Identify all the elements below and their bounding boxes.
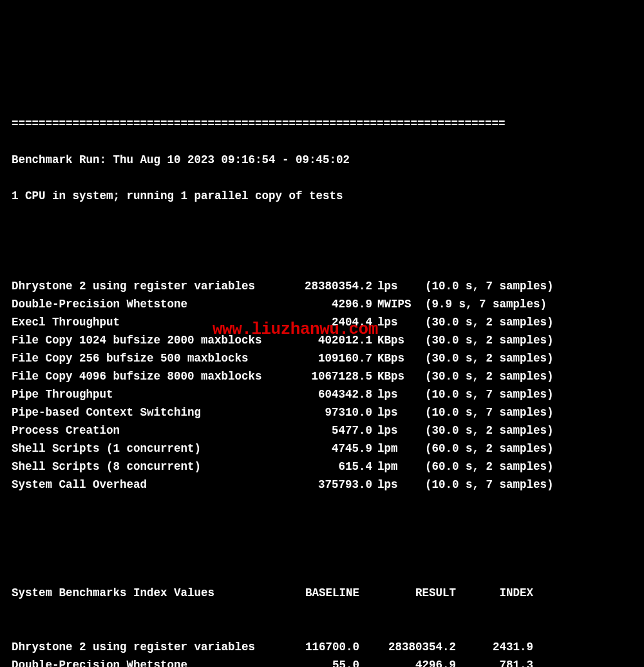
test-params: (10.0 s, 7 samples) — [417, 476, 559, 494]
test-value: 109160.7 — [282, 349, 372, 367]
index-index: 781.3 — [456, 656, 533, 667]
test-value: 604342.8 — [282, 385, 372, 403]
test-unit: KBps — [372, 367, 417, 385]
test-unit: lps — [372, 476, 417, 494]
test-name: Process Creation — [12, 421, 282, 440]
test-unit: lps — [372, 403, 417, 421]
test-params: (30.0 s, 2 samples) — [417, 367, 559, 385]
index-row: Double-Precision Whetstone55.04296.9781.… — [12, 656, 632, 667]
test-value: 4745.9 — [282, 440, 372, 458]
index-header-result: RESULT — [359, 584, 456, 602]
test-row: Shell Scripts (8 concurrent)615.4lpm(60.… — [12, 458, 632, 476]
test-row: Process Creation5477.0lps(30.0 s, 2 samp… — [12, 421, 632, 440]
index-baseline: 55.0 — [282, 656, 359, 667]
index-name: Dhrystone 2 using register variables — [12, 638, 282, 656]
test-value: 4296.9 — [282, 295, 372, 313]
benchmark-run-header: Benchmark Run: Thu Aug 10 2023 09:16:54 … — [12, 151, 632, 169]
test-params: (10.0 s, 7 samples) — [417, 277, 559, 295]
test-params: (30.0 s, 2 samples) — [417, 331, 559, 349]
test-value: 5477.0 — [282, 421, 372, 440]
test-row: File Copy 1024 bufsize 2000 maxblocks402… — [12, 331, 632, 349]
test-value: 97310.0 — [282, 403, 372, 421]
test-params: (30.0 s, 2 samples) — [417, 313, 559, 331]
index-name: Double-Precision Whetstone — [12, 656, 282, 667]
test-unit: lpm — [372, 458, 417, 476]
test-value: 375793.0 — [282, 476, 372, 494]
test-name: System Call Overhead — [12, 476, 282, 494]
index-header-index: INDEX — [456, 584, 533, 602]
index-header-baseline: BASELINE — [282, 584, 359, 602]
test-name: Pipe-based Context Switching — [12, 403, 282, 421]
test-params: (30.0 s, 2 samples) — [417, 421, 559, 440]
test-name: Shell Scripts (1 concurrent) — [12, 440, 282, 458]
test-params: (10.0 s, 7 samples) — [417, 403, 559, 421]
test-name: Execl Throughput — [12, 313, 282, 331]
index-header-row: System Benchmarks Index Values BASELINE … — [12, 584, 632, 602]
test-name: Dhrystone 2 using register variables — [12, 277, 282, 295]
test-unit: MWIPS — [372, 295, 417, 313]
top-divider: ========================================… — [12, 115, 632, 133]
test-row: File Copy 4096 bufsize 8000 maxblocks106… — [12, 367, 632, 385]
test-name: Double-Precision Whetstone — [12, 295, 282, 313]
test-name: Pipe Throughput — [12, 385, 282, 403]
index-result: 28380354.2 — [359, 638, 456, 656]
test-value: 28380354.2 — [282, 277, 372, 295]
test-row: Pipe Throughput604342.8lps(10.0 s, 7 sam… — [12, 385, 632, 403]
test-params: (60.0 s, 2 samples) — [417, 458, 559, 476]
index-header-name: System Benchmarks Index Values — [12, 584, 282, 602]
test-unit: KBps — [372, 331, 417, 349]
test-params: (60.0 s, 2 samples) — [417, 440, 559, 458]
test-name: File Copy 4096 bufsize 8000 maxblocks — [12, 367, 282, 385]
test-params: (30.0 s, 2 samples) — [417, 349, 559, 367]
test-value: 402012.1 — [282, 331, 372, 349]
test-value: 1067128.5 — [282, 367, 372, 385]
index-index: 2431.9 — [456, 638, 533, 656]
test-name: File Copy 1024 bufsize 2000 maxblocks — [12, 331, 282, 349]
test-unit: KBps — [372, 349, 417, 367]
system-info: 1 CPU in system; running 1 parallel copy… — [12, 187, 632, 205]
test-unit: lpm — [372, 440, 417, 458]
test-row: Shell Scripts (1 concurrent)4745.9lpm(60… — [12, 440, 632, 458]
test-row: Execl Throughput2404.4lps(30.0 s, 2 samp… — [12, 313, 632, 331]
test-params: (9.9 s, 7 samples) — [417, 295, 559, 313]
test-value: 615.4 — [282, 458, 372, 476]
test-unit: lps — [372, 385, 417, 403]
test-name: Shell Scripts (8 concurrent) — [12, 458, 282, 476]
test-name: File Copy 256 bufsize 500 maxblocks — [12, 349, 282, 367]
test-row: System Call Overhead375793.0lps(10.0 s, … — [12, 476, 632, 494]
test-row: File Copy 256 bufsize 500 maxblocks10916… — [12, 349, 632, 367]
index-row: Dhrystone 2 using register variables1167… — [12, 638, 632, 656]
blank-line — [12, 530, 632, 548]
index-baseline: 116700.0 — [282, 638, 359, 656]
test-value: 2404.4 — [282, 313, 372, 331]
test-unit: lps — [372, 277, 417, 295]
test-unit: lps — [372, 313, 417, 331]
test-row: Double-Precision Whetstone4296.9MWIPS(9.… — [12, 295, 632, 313]
blank-line — [12, 223, 632, 241]
test-unit: lps — [372, 421, 417, 440]
index-result: 4296.9 — [359, 656, 456, 667]
test-row: Dhrystone 2 using register variables2838… — [12, 277, 632, 295]
test-params: (10.0 s, 7 samples) — [417, 385, 559, 403]
test-row: Pipe-based Context Switching97310.0lps(1… — [12, 403, 632, 421]
